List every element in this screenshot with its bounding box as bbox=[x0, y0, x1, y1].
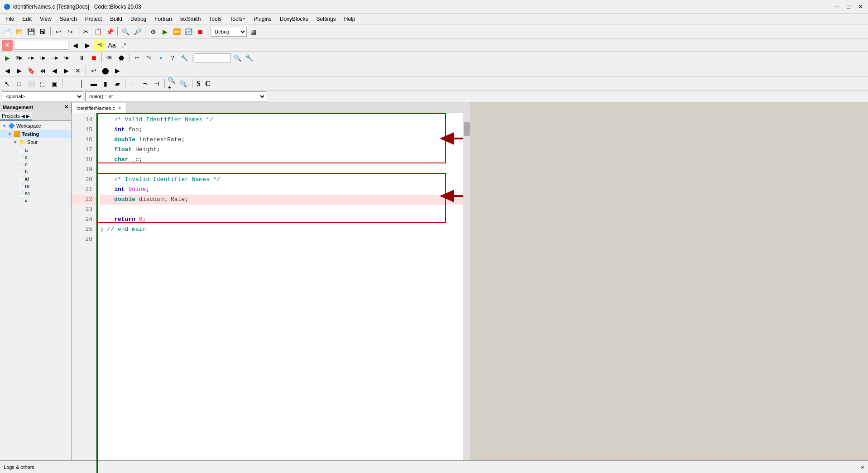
find-button[interactable]: 🔍 bbox=[120, 26, 131, 37]
projects-nav-left[interactable]: ◀ bbox=[21, 114, 25, 119]
stop-button[interactable]: ⏹ bbox=[195, 26, 206, 37]
rounded-rect-tool[interactable]: ⬜ bbox=[25, 78, 36, 89]
next-instruction-button[interactable]: ↙▶ bbox=[25, 53, 36, 63]
tree-workspace[interactable]: ▼ 🔷 Workspace bbox=[0, 122, 71, 130]
connector2-tool[interactable]: ¬ bbox=[139, 78, 150, 89]
breakpoints-button[interactable]: ⬟ bbox=[116, 53, 127, 63]
debug-run-button[interactable]: ▶ bbox=[2, 53, 13, 63]
settings-button[interactable]: ⚙ bbox=[148, 26, 158, 37]
projects-tab[interactable]: Projects ◀ ▶ bbox=[0, 112, 32, 120]
build-config-dropdown[interactable]: Debug Release bbox=[211, 27, 247, 37]
hbar2-tool[interactable]: ▰ bbox=[112, 78, 123, 89]
tree-file-c2[interactable]: 📄 c bbox=[0, 161, 71, 168]
tree-file-re[interactable]: 📄 re bbox=[0, 182, 71, 190]
tree-file-sc[interactable]: 📄 sc bbox=[0, 190, 71, 197]
tab-identifiernames[interactable]: identifierNames.c ✕ bbox=[72, 103, 126, 113]
title-bar-right[interactable]: ─ □ ✕ bbox=[833, 3, 864, 11]
nav-back-button[interactable]: ◀ bbox=[2, 65, 13, 76]
highlight-button[interactable]: Hl bbox=[94, 40, 105, 51]
menu-edit[interactable]: Edit bbox=[19, 15, 35, 23]
projects-nav-right[interactable]: ▶ bbox=[26, 114, 30, 119]
doxy-btn3[interactable]: ● bbox=[155, 53, 166, 63]
redo-button[interactable]: ↪ bbox=[65, 26, 76, 37]
new-file-button[interactable]: 📄 bbox=[2, 26, 13, 37]
run-to-cursor-button[interactable]: ⊞▶ bbox=[14, 53, 24, 63]
menu-settings[interactable]: Settings bbox=[312, 15, 339, 23]
menu-debug[interactable]: Debug bbox=[127, 15, 150, 23]
menu-tools[interactable]: Tools bbox=[205, 15, 225, 23]
cursor-tool[interactable]: ↖ bbox=[2, 78, 13, 89]
doxy-btn2[interactable]: *< bbox=[144, 53, 154, 63]
build-config-btn[interactable]: ▦ bbox=[248, 26, 259, 37]
hbar-tool[interactable]: ▬ bbox=[88, 78, 99, 89]
step-out-button[interactable]: ↑▶ bbox=[61, 53, 72, 63]
tree-sources[interactable]: ▼ 📁 Sour bbox=[0, 138, 71, 146]
stop-debug-button[interactable]: ⏹ bbox=[88, 53, 99, 63]
menu-wxsmith[interactable]: wxSmith bbox=[177, 15, 204, 23]
logs-close-button[interactable]: × bbox=[861, 463, 864, 471]
copy-button[interactable]: 📋 bbox=[92, 26, 103, 37]
menu-build[interactable]: Build bbox=[106, 15, 126, 23]
minimize-button[interactable]: ─ bbox=[833, 3, 841, 11]
menu-toolsplus[interactable]: Tools+ bbox=[226, 15, 249, 23]
menu-help[interactable]: Help bbox=[340, 15, 359, 23]
zoom-in-button[interactable]: 🔍+ bbox=[167, 78, 178, 89]
pause-button[interactable]: ⏸ bbox=[77, 53, 87, 63]
connector-tool[interactable]: ⌐ bbox=[128, 78, 139, 89]
editor-scrollbar[interactable] bbox=[463, 113, 470, 473]
bookmark-prev-button[interactable]: ◀ bbox=[49, 65, 60, 76]
paste-button[interactable]: 📌 bbox=[104, 26, 115, 37]
vline-tool[interactable]: │ bbox=[77, 78, 87, 89]
hline-tool[interactable]: ─ bbox=[65, 78, 76, 89]
search-forward-button[interactable]: ▶ bbox=[82, 40, 93, 51]
tree-file-h[interactable]: 📄 h bbox=[0, 168, 71, 175]
doxy-btn5[interactable]: 🔧 bbox=[179, 53, 190, 63]
close-button[interactable]: ✕ bbox=[856, 3, 864, 11]
select-rect-tool[interactable]: ⬚ bbox=[37, 78, 48, 89]
tree-testing[interactable]: ▼ 🟧 Testing bbox=[0, 130, 71, 138]
search-input[interactable] bbox=[14, 41, 68, 50]
nav-forward-button[interactable]: ▶ bbox=[14, 65, 24, 76]
function-dropdown[interactable]: main() : int bbox=[85, 91, 266, 101]
menu-view[interactable]: View bbox=[36, 15, 55, 23]
debug-search-opt[interactable]: 🔧 bbox=[244, 53, 254, 63]
undo-button[interactable]: ↩ bbox=[53, 26, 64, 37]
rect-tool[interactable]: □ bbox=[14, 78, 24, 89]
search-close-button[interactable]: ✕ bbox=[2, 40, 13, 51]
tree-file-id[interactable]: 📄 id bbox=[0, 175, 71, 182]
style-s-button[interactable]: S bbox=[197, 80, 201, 88]
rebuild-button[interactable]: 🔃 bbox=[183, 26, 194, 37]
watches-button[interactable]: 👁 bbox=[104, 53, 115, 63]
style-c-button[interactable]: C bbox=[205, 80, 211, 88]
vbar-tool[interactable]: ▮ bbox=[100, 78, 111, 89]
menu-doxyblocks[interactable]: DoxyBlocks bbox=[276, 15, 312, 23]
menu-file[interactable]: File bbox=[2, 15, 18, 23]
menu-fortran[interactable]: Fortran bbox=[151, 15, 176, 23]
step-into-button[interactable]: ↓▶ bbox=[37, 53, 48, 63]
menu-search[interactable]: Search bbox=[56, 15, 81, 23]
bookmark-clear-button[interactable]: ✕ bbox=[72, 65, 83, 76]
menu-plugins[interactable]: Plugins bbox=[250, 15, 275, 23]
open-button[interactable]: 📂 bbox=[14, 26, 24, 37]
menu-project[interactable]: Project bbox=[82, 15, 106, 23]
scrollbar-thumb[interactable] bbox=[464, 122, 470, 136]
doxy-btn4[interactable]: ? bbox=[167, 53, 178, 63]
tree-file-a[interactable]: 📄 a bbox=[0, 146, 71, 153]
step-over-button[interactable]: →▶ bbox=[49, 53, 60, 63]
management-close-icon[interactable]: ✕ bbox=[64, 104, 68, 110]
nav-undo-button[interactable]: ↩ bbox=[88, 65, 99, 76]
find-replace-button[interactable]: 🔎 bbox=[132, 26, 143, 37]
build-run-button[interactable]: ⏩ bbox=[171, 26, 182, 37]
cut-button[interactable]: ✂ bbox=[81, 26, 91, 37]
debug-search-go[interactable]: 🔍 bbox=[232, 53, 243, 63]
save-button[interactable]: 💾 bbox=[25, 26, 36, 37]
nav-next-button[interactable]: ▶ bbox=[112, 65, 123, 76]
tab-close-icon[interactable]: ✕ bbox=[118, 105, 121, 110]
doxy-btn1[interactable]: /** bbox=[132, 53, 143, 63]
scope-dropdown[interactable]: <global> bbox=[2, 91, 83, 101]
code-container[interactable]: 14 15 16 17 18 19 20 21 22 23 24 25 26 /… bbox=[72, 113, 470, 473]
tree-file-v[interactable]: 📄 v bbox=[0, 197, 71, 204]
bookmark-first-button[interactable]: ⏮ bbox=[37, 65, 48, 76]
code-content[interactable]: /* Valid Identifier Names */ int foo; do… bbox=[96, 113, 463, 473]
nav-breakpoint-button[interactable]: ⬤ bbox=[100, 65, 111, 76]
